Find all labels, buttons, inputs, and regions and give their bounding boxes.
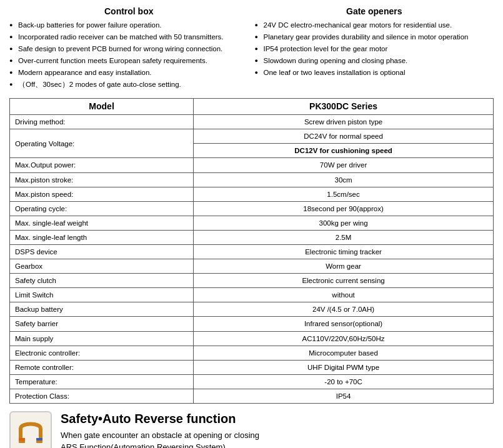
table-cell-value: Worm gear (194, 259, 494, 274)
safety-title: Safety•Auto Reverse function (61, 412, 259, 426)
specs-table: Model PK300DC Series Driving method:Scre… (9, 98, 494, 404)
table-row: Max.piston speed:1.5cm/sec (10, 187, 494, 201)
table-cell-value: UHF Digital PWM type (194, 360, 494, 374)
table-cell-label: Remote controller: (10, 360, 194, 374)
table-row: Max.piston stroke:30cm (10, 172, 494, 187)
table-cell-label: Operating cycle: (10, 201, 194, 216)
list-item: One leaf or two leaves installation is o… (255, 67, 494, 77)
list-item: Safe design to prevent PCB burned for wr… (9, 44, 249, 54)
list-item: IP54 protection level for the gear motor (255, 44, 494, 54)
gate-openers-title: Gate openers (255, 6, 494, 16)
horseshoe-magnet-icon (16, 417, 46, 447)
table-series-header: PK300DC Series (194, 98, 494, 115)
list-item: Planetary gear provides durability and s… (255, 32, 494, 42)
svg-rect-2 (19, 438, 25, 441)
table-row: Temperature:-20 to +70C (10, 374, 494, 389)
table-cell-label: Backup battery (10, 302, 194, 317)
gate-openers-list: 24V DC electro-mechanical gear motors fo… (255, 20, 494, 77)
list-item: Incorporated radio receiver can be match… (9, 32, 249, 42)
safety-line2: ARS Function(Automation Reversing System… (61, 441, 259, 448)
safety-text-block: Safety•Auto Reverse function When gate e… (61, 412, 259, 448)
table-cell-label: Operating Voltage: (10, 129, 194, 158)
table-cell-value: DC12V for cushioning speed (194, 144, 494, 158)
list-item: 24V DC electro-mechanical gear motors fo… (255, 20, 494, 30)
gate-openers-column: Gate openers 24V DC electro-mechanical g… (255, 6, 494, 92)
table-cell-label: Electronic controller: (10, 346, 194, 360)
table-cell-value: Electronic timing tracker (194, 245, 494, 259)
table-row: Operating cycle:18second per 90(approx) (10, 201, 494, 216)
table-cell-label: Protection Class: (10, 389, 194, 403)
table-row: Remote controller:UHF Digital PWM type (10, 360, 494, 374)
table-row: Driving method:Screw driven piston type (10, 115, 494, 129)
table-cell-label: Safety barrier (10, 317, 194, 331)
list-item: （Off、30sec）2 modes of gate auto-close se… (9, 79, 249, 89)
table-cell-label: Gearbox (10, 259, 194, 274)
list-item: Slowdown during opening and closing phas… (255, 56, 494, 66)
table-cell-label: Max.piston stroke: (10, 172, 194, 187)
table-row: Safety clutchElectronic current sensing (10, 274, 494, 288)
table-row: Max. single-leaf weight300kg per wing (10, 216, 494, 230)
table-cell-label: Max.piston speed: (10, 187, 194, 201)
table-row: Limit Switchwithout (10, 288, 494, 302)
table-row: Max. single-leaf length2.5M (10, 230, 494, 244)
svg-rect-3 (36, 438, 42, 441)
control-box-list: Back-up batteries for power failure oper… (9, 20, 249, 90)
table-cell-label: Temperature: (10, 374, 194, 389)
table-cell-label: DSPS device (10, 245, 194, 259)
safety-section: Safety•Auto Reverse function When gate e… (9, 411, 494, 448)
table-cell-value: 1.5cm/sec (194, 187, 494, 201)
table-cell-label: Safety clutch (10, 274, 194, 288)
safety-icon-box (9, 411, 52, 448)
table-cell-value: Microcomputer based (194, 346, 494, 360)
table-row: DSPS deviceElectronic timing tracker (10, 245, 494, 259)
table-cell-value: Screw driven piston type (194, 115, 494, 129)
table-row: Operating Voltage:DC24V for normal speed (10, 129, 494, 144)
control-box-title: Control box (9, 6, 249, 16)
list-item: Over-current function meets European saf… (9, 56, 249, 66)
table-cell-label: Max. single-leaf length (10, 230, 194, 244)
table-cell-label: Limit Switch (10, 288, 194, 302)
table-row: Safety barrierInfrared sensor(optional) (10, 317, 494, 331)
table-cell-label: Main supply (10, 331, 194, 346)
table-cell-value: DC24V for normal speed (194, 129, 494, 144)
list-item: Modern appearance and easy installation. (9, 67, 249, 77)
table-cell-value: IP54 (194, 389, 494, 403)
table-cell-label: Max. single-leaf weight (10, 216, 194, 230)
table-cell-value: 300kg per wing (194, 216, 494, 230)
table-cell-value: -20 to +70C (194, 374, 494, 389)
features-columns: Control box Back-up batteries for power … (9, 6, 494, 92)
table-row: Main supplyAC110V/220V,60Hz/50Hz (10, 331, 494, 346)
table-cell-value: 18second per 90(approx) (194, 201, 494, 216)
table-row: Backup battery24V /(4.5 or 7.0AH) (10, 302, 494, 317)
list-item: Back-up batteries for power failure oper… (9, 20, 249, 30)
table-cell-value: AC110V/220V,60Hz/50Hz (194, 331, 494, 346)
table-cell-value: Infrared sensor(optional) (194, 317, 494, 331)
table-row: GearboxWorm gear (10, 259, 494, 274)
table-model-header: Model (10, 98, 194, 115)
table-cell-value: 70W per driver (194, 158, 494, 172)
table-cell-value: 2.5M (194, 230, 494, 244)
table-cell-value: 30cm (194, 172, 494, 187)
table-row: Protection Class:IP54 (10, 389, 494, 403)
table-row: Max.Output power:70W per driver (10, 158, 494, 172)
control-box-column: Control box Back-up batteries for power … (9, 6, 249, 92)
table-cell-label: Max.Output power: (10, 158, 194, 172)
table-cell-value: without (194, 288, 494, 302)
table-cell-value: Electronic current sensing (194, 274, 494, 288)
table-row: Electronic controller:Microcomputer base… (10, 346, 494, 360)
table-cell-label: Driving method: (10, 115, 194, 129)
table-cell-value: 24V /(4.5 or 7.0AH) (194, 302, 494, 317)
safety-line1: When gate encounter an obstacle at openi… (61, 429, 259, 442)
